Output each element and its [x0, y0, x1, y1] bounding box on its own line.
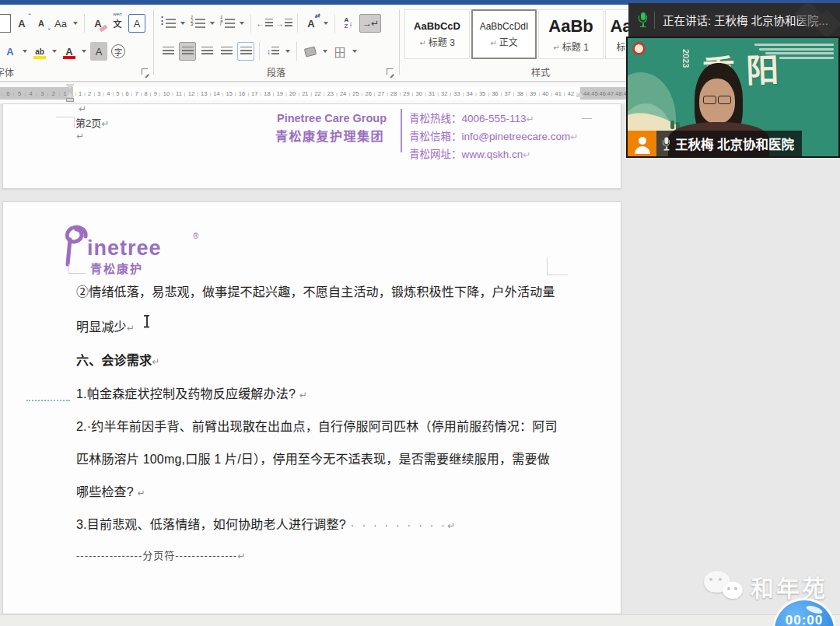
logo-chinese: 青松康护: [90, 260, 143, 276]
ruler-right-margin: |44|45|46|47|48|49|: [580, 87, 630, 100]
ribbon: Aˆ Aˇ Aa A wén文 A A ab A A 字 字体 •••: [0, 5, 630, 82]
footer-contact-hotline: 青松热线：4006-555-113↵: [409, 110, 534, 125]
header-boundary-corner: [56, 117, 75, 128]
space-dots: · · · · · · · · ·: [351, 519, 447, 531]
speaking-indicator-bar: 正在讲话: 王秋梅 北京协和医院...: [628, 3, 840, 37]
footer-contact-email: 青松信箱：info@pinetreecare.com↵: [409, 128, 578, 143]
character-shading-button[interactable]: A: [90, 42, 107, 61]
character-border-button[interactable]: A: [128, 14, 145, 33]
font-color-caret[interactable]: [82, 50, 86, 53]
paragraph-mark: ↵: [79, 103, 86, 114]
microphone-icon: [638, 12, 648, 28]
change-case-button[interactable]: Aa: [52, 14, 69, 33]
wechat-icon: [704, 569, 744, 603]
asian-layout-caret[interactable]: [324, 22, 328, 25]
decrease-indent-button[interactable]: ←: [256, 14, 273, 33]
speaker-glasses: [703, 96, 731, 103]
align-right-button[interactable]: [198, 42, 215, 61]
phonetic-guide-button[interactable]: wén文: [109, 14, 126, 33]
numbered-list-button[interactable]: 123: [189, 14, 206, 33]
ribbon-group-styles: AaBbCcD ↵ 标题 3 AaBbCcDdI ↵ 正文 AaBb ↵ 标题 …: [401, 5, 630, 81]
change-case-caret[interactable]: [73, 22, 78, 25]
footer-logo-chinese: 青松康复护理集团: [275, 126, 384, 145]
paragraph-line[interactable]: 匹林肠溶片 100mg,口服 1 片/日），停用至今无不适表现，是否需要继续服用…: [76, 449, 550, 467]
ruler-strip: |6|5|4|3|2|1| |1|2|3|4|5|6|7|8|9|10|11|1…: [0, 82, 630, 103]
right-indent-marker[interactable]: [576, 92, 584, 97]
heading-consultation-needs[interactable]: 六、会诊需求↵: [76, 350, 159, 369]
highlight-caret[interactable]: [52, 50, 57, 53]
participant-name-bar: 王秋梅 北京协和医院: [628, 131, 802, 156]
asian-layout-button[interactable]: A⇄: [303, 14, 320, 33]
spellcheck-underline: [26, 400, 70, 401]
ribbon-group-paragraph: ••• 123 1ai ← → A⇄ AZ↓ →↵ ↕: [155, 5, 397, 81]
text-effects-caret[interactable]: [23, 50, 27, 53]
video-content: 2023 重阳 王秋梅 北京协和医院: [628, 38, 838, 156]
multilevel-list-caret[interactable]: [240, 22, 244, 25]
horizontal-ruler[interactable]: |6|5|4|3|2|1| |1|2|3|4|5|6|7|8|9|10|11|1…: [0, 87, 630, 100]
style-card-heading3[interactable]: AaBbCcD ↵ 标题 3: [404, 9, 470, 59]
footer-dash: —: [582, 112, 592, 124]
video-tile[interactable]: 2023 重阳 王秋梅 北京协和医院: [626, 37, 840, 158]
word-application-window: Aˆ Aˇ Aa A wén文 A A ab A A 字 字体 •••: [0, 0, 840, 626]
style-card-normal-selected[interactable]: AaBbCcDdI ↵ 正文: [471, 9, 537, 59]
timer-value: 00:00: [775, 613, 834, 626]
ribbon-group-font: Aˆ Aˇ Aa A wén文 A A ab A A 字 字体: [0, 5, 152, 81]
borders-caret[interactable]: [352, 50, 357, 53]
paragraph-line[interactable]: 哪些检查? ↵: [76, 481, 145, 500]
distribute-text-button[interactable]: [237, 42, 254, 61]
ruler-left-margin: |6|5|4|3|2|1|: [0, 87, 73, 100]
paragraph-line[interactable]: 2.·约半年前因手背、前臂出现散在出血点，自行停服阿司匹林（停用前服药情况：阿司: [76, 416, 558, 435]
numbered-list-caret[interactable]: [210, 22, 215, 25]
first-line-indent-marker[interactable]: [66, 84, 74, 89]
clear-formatting-button[interactable]: A: [89, 14, 107, 33]
enclose-characters-button[interactable]: 字: [110, 42, 127, 61]
paragraph-line[interactable]: 3.目前悲观、低落情绪，如何协助老人进行调整?· · · · · · · · ·…: [76, 514, 455, 533]
paragraph-line[interactable]: ②情绪低落，易悲观，做事提不起兴趣，不愿自主活动，锻炼积极性下降，户外活动量: [76, 282, 555, 300]
shrink-font-button[interactable]: Aˇ: [33, 14, 50, 33]
participant-name: 王秋梅 北京协和医院: [675, 135, 794, 153]
left-indent-marker[interactable]: [66, 98, 74, 102]
borders-button[interactable]: 田: [331, 42, 348, 61]
avatar-icon: [628, 131, 656, 156]
poster-round-logo: [632, 42, 646, 55]
sort-button[interactable]: AZ↓: [340, 14, 357, 33]
shading-button[interactable]: [302, 42, 319, 61]
bullet-list-caret[interactable]: [180, 22, 185, 25]
logo-registered-mark: ®: [193, 232, 198, 240]
show-formatting-marks-button[interactable]: →↵: [359, 14, 381, 33]
microphone-icon: [662, 137, 670, 150]
paragraph-dialog-launcher[interactable]: [387, 68, 394, 76]
bullet-list-button[interactable]: •••: [159, 14, 177, 33]
highlight-yellow-bar: [33, 56, 46, 59]
watermark: 和年苑: [704, 569, 828, 603]
document-page-2[interactable]: inetree ® 青松康护 ②情绪低落，易悲观，做事提不起兴趣，不愿自主活动，…: [2, 201, 621, 614]
font-size-box-partial[interactable]: [0, 14, 11, 33]
line-spacing-caret[interactable]: [285, 50, 290, 53]
align-center-button[interactable]: [179, 42, 196, 61]
grow-font-button[interactable]: Aˆ: [13, 14, 30, 33]
text-cursor-ibeam: [143, 315, 150, 328]
font-color-red-bar: [63, 56, 75, 59]
poster-figures: [670, 121, 674, 129]
line-spacing-button[interactable]: ↕: [264, 42, 282, 61]
styles-group-label: 样式: [517, 65, 564, 79]
paragraph-line[interactable]: 1.帕金森症状控制及药物反应缓解办法? ↵: [76, 383, 307, 402]
increase-indent-button[interactable]: →: [275, 14, 292, 33]
text-effects-button[interactable]: A: [2, 42, 19, 61]
highlight-color-button[interactable]: ab: [31, 42, 48, 61]
footer-divider-line: [401, 109, 402, 152]
font-color-button[interactable]: A: [61, 42, 78, 61]
ruler-text-area: |1|2|3|4|5|6|7|8|9|10|11|12|13|14|15|16|…: [73, 87, 580, 100]
style-card-heading1[interactable]: AaBb ↵ 标题 1: [538, 9, 604, 59]
pinetree-logo: inetree ® 青松康护: [59, 224, 207, 280]
shading-caret[interactable]: [323, 50, 327, 53]
font-dialog-launcher[interactable]: [142, 68, 149, 76]
align-left-button[interactable]: [159, 42, 177, 61]
paragraph-line[interactable]: 明显减少↵: [76, 316, 135, 335]
hanging-indent-marker[interactable]: [66, 92, 74, 97]
video-call-overlay: 正在讲话: 王秋梅 北京协和医院... 2023 重阳: [625, 0, 840, 160]
justify-button[interactable]: [218, 42, 235, 61]
stopwatch-timer[interactable]: 00:00: [775, 600, 834, 626]
document-page-1-bottom[interactable]: ↵ 第2页↵ ↵ Pinetree Care Group 青松康复护理集团 青松…: [2, 103, 621, 189]
multilevel-list-button[interactable]: 1ai: [219, 14, 236, 33]
